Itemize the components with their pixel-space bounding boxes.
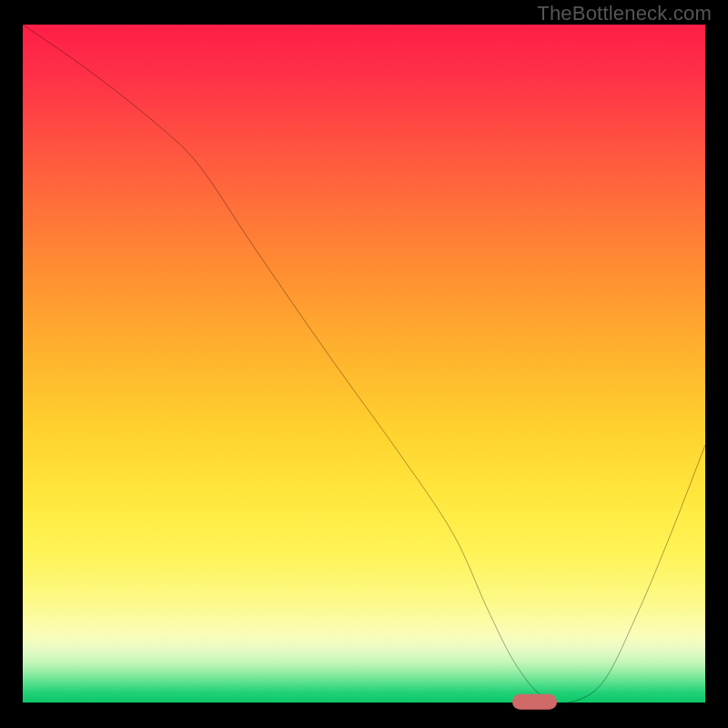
bottleneck-curve <box>23 25 705 703</box>
plot-area <box>23 25 705 703</box>
chart-frame: TheBottleneck.com <box>0 0 728 728</box>
optimal-marker <box>512 694 557 710</box>
attribution-text: TheBottleneck.com <box>537 2 712 25</box>
